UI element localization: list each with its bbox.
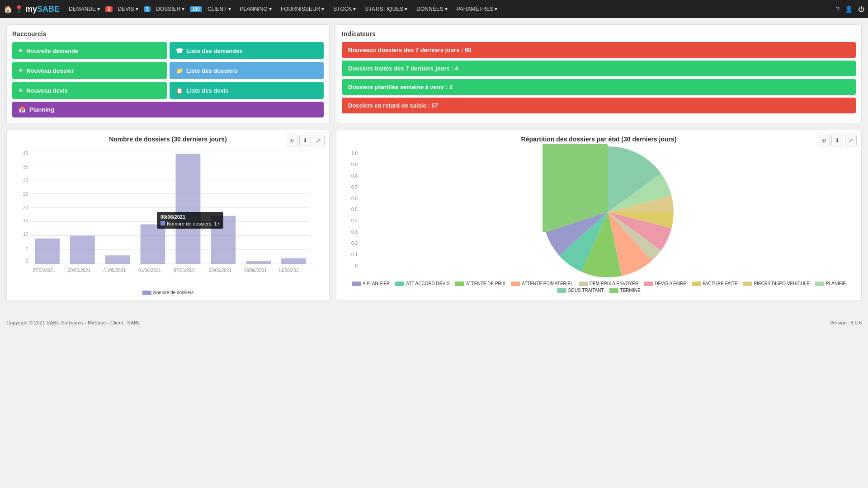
btn-nouvelle-demande[interactable]: + Nouvelle demande bbox=[12, 42, 167, 59]
legend-color-pieces bbox=[743, 282, 752, 286]
bar-chart-area: 40 35 30 25 20 15 10 5 0 bbox=[12, 146, 324, 286]
home-icon[interactable]: 🏠 bbox=[4, 5, 13, 14]
plus-icon-3: + bbox=[19, 86, 23, 94]
footer-version: Version : 8.0.6 bbox=[830, 320, 862, 325]
indicator-planifies: Dossiers planifiés semaine à venir : 2 bbox=[342, 79, 856, 95]
svg-rect-10 bbox=[70, 236, 95, 264]
bar-expand[interactable]: ⤢ bbox=[313, 135, 325, 146]
nav-badge-devis: 3 bbox=[144, 6, 151, 12]
svg-rect-9 bbox=[35, 239, 60, 264]
legend-sous-traitant: SOUS TRAITANT bbox=[557, 288, 604, 293]
btn-planning[interactable]: 📅 Planning bbox=[12, 102, 324, 117]
plus-icon: + bbox=[19, 47, 23, 55]
bar-chart-title: Nombre de dossiers (30 derniers jours) bbox=[12, 136, 324, 143]
nav-donnees[interactable]: DONNÉES▾ bbox=[413, 4, 451, 14]
legend-termine: TERMINE bbox=[609, 288, 641, 293]
pie-chart-toolbar: ⊞ ⬇ ⤢ bbox=[818, 135, 857, 146]
svg-rect-16 bbox=[281, 258, 306, 264]
brand: 🏠 📍 mySABE bbox=[4, 5, 60, 14]
calendar-icon: 📅 bbox=[19, 106, 26, 113]
legend-nombre-dossiers: Nombre de dossiers bbox=[142, 290, 193, 295]
main-content: Raccourcis + Nouvelle demande ☎ Liste de… bbox=[0, 18, 868, 307]
raccourcis-grid: + Nouvelle demande ☎ Liste des demandes … bbox=[12, 42, 324, 117]
bar-export-csv[interactable]: ⊞ bbox=[286, 135, 297, 146]
phone-icon: ☎ bbox=[176, 47, 183, 54]
clipboard-icon: 📋 bbox=[176, 87, 183, 94]
legend-a-planifier: A PLANIFIER bbox=[352, 281, 390, 286]
pie-chart-svg bbox=[542, 144, 674, 280]
nav-dossier[interactable]: DOSSIER▾ bbox=[152, 4, 188, 14]
y-axis: 40 35 30 25 20 15 10 5 0 bbox=[12, 151, 28, 264]
indicateurs-panel: Indicateurs Nouveaux dossiers des 7 dern… bbox=[336, 24, 862, 123]
nav-fournisseur[interactable]: FOURNISSEUR▾ bbox=[277, 4, 328, 14]
legend-color-attente-prix bbox=[455, 282, 464, 286]
legend-color-facture bbox=[692, 282, 701, 286]
legend-color-dem-prix bbox=[579, 282, 588, 286]
bar-chart-svg bbox=[30, 151, 310, 264]
nav-badge-dossier: 100 bbox=[190, 6, 202, 12]
pie-download[interactable]: ⬇ bbox=[831, 135, 843, 146]
pie-expand[interactable]: ⤢ bbox=[845, 135, 857, 146]
legend-devis-faire: DEVIS A FAIRE bbox=[644, 281, 686, 286]
footer-copyright: Copyright © 2021 SABE Softwares - MySabe… bbox=[6, 320, 141, 325]
svg-rect-12 bbox=[141, 225, 165, 264]
legend-dem-prix: DEM.PRIX A ENVOYER bbox=[579, 281, 638, 286]
bar-chart-panel: ⊞ ⬇ ⤢ Nombre de dossiers (30 derniers jo… bbox=[6, 130, 330, 301]
legend-color-sous-traitant bbox=[557, 288, 566, 293]
navbar: 🏠 📍 mySABE DEMANDE▾ 2 DEVIS▾ 3 DOSSIER▾ … bbox=[0, 0, 868, 18]
pie-y-axis: 1.0 0.9 0.8 0.7 0.6 0.5 0.4 0.3 0.2 0.1 … bbox=[342, 151, 358, 268]
legend-color-termine bbox=[609, 288, 618, 293]
pie-svg-container bbox=[360, 146, 856, 277]
legend-color-dossiers bbox=[142, 291, 151, 295]
bar-download[interactable]: ⬇ bbox=[299, 135, 311, 146]
btn-liste-demandes[interactable]: ☎ Liste des demandes bbox=[170, 42, 324, 59]
btn-nouveau-devis[interactable]: + Nouveau devis bbox=[12, 82, 167, 99]
legend-attente-pd: ATTENTE PD/MATERIEL bbox=[511, 281, 573, 286]
plus-icon-2: + bbox=[19, 66, 23, 75]
charts-row: ⊞ ⬇ ⤢ Nombre de dossiers (30 derniers jo… bbox=[6, 130, 862, 301]
svg-rect-11 bbox=[105, 255, 130, 264]
nav-devis[interactable]: DEVIS▾ bbox=[114, 4, 142, 14]
indicator-traites: Dossiers traités des 7 derniers jours : … bbox=[342, 61, 856, 76]
raccourcis-title: Raccourcis bbox=[12, 30, 324, 38]
btn-liste-devis[interactable]: 📋 Liste des devis bbox=[170, 82, 324, 99]
pie-chart-legend: A PLANIFIER ATT ACCORD DEVIS ATTENTE DE … bbox=[342, 281, 856, 293]
indicator-retard: Dossiers en retard de saisie : 57 bbox=[342, 98, 856, 113]
legend-att-accord: ATT ACCORD DEVIS bbox=[395, 281, 449, 286]
nav-parametres[interactable]: PARAMÈTRES▾ bbox=[453, 4, 501, 14]
bar-chart-toolbar: ⊞ ⬇ ⤢ bbox=[286, 135, 325, 146]
power-icon[interactable]: ⏻ bbox=[858, 5, 864, 13]
raccourcis-panel: Raccourcis + Nouvelle demande ☎ Liste de… bbox=[6, 24, 330, 123]
pie-chart-title: Répartition des dossiers par état (30 de… bbox=[342, 136, 856, 143]
brand-logo: mySABE bbox=[25, 5, 60, 14]
user-icon[interactable]: 👤 bbox=[845, 5, 853, 13]
nav-client[interactable]: CLIENT▾ bbox=[204, 4, 235, 14]
pie-export-csv[interactable]: ⊞ bbox=[818, 135, 830, 146]
legend-color-planifie bbox=[815, 282, 824, 286]
pie-chart-with-yaxis: 1.0 0.9 0.8 0.7 0.6 0.5 0.4 0.3 0.2 0.1 … bbox=[342, 146, 856, 277]
legend-attente-prix: ATTENTE DE PRIX bbox=[455, 281, 506, 286]
nav-demande[interactable]: DEMANDE▾ bbox=[65, 4, 104, 14]
svg-rect-15 bbox=[246, 261, 271, 264]
bar-chart-legend: Nombre de dossiers bbox=[12, 290, 324, 295]
panels-row: Raccourcis + Nouvelle demande ☎ Liste de… bbox=[6, 24, 862, 123]
legend-pieces: PIECES DISPO VEHICULE bbox=[743, 281, 809, 286]
nav-right-icons: ? 👤 ⏻ bbox=[836, 5, 864, 13]
folder-icon: 📁 bbox=[176, 67, 183, 74]
btn-liste-dossiers[interactable]: 📁 Liste des dossiers bbox=[170, 62, 324, 79]
help-icon[interactable]: ? bbox=[836, 5, 840, 13]
legend-color-devis-faire bbox=[644, 282, 653, 286]
nav-statistiques[interactable]: STATISTIQUES▾ bbox=[361, 4, 411, 14]
legend-color-a-planifier bbox=[352, 282, 361, 286]
legend-color-att-accord bbox=[395, 282, 404, 286]
footer: Copyright © 2021 SABE Softwares - MySabe… bbox=[0, 316, 868, 329]
nav-stock[interactable]: STOCK▾ bbox=[330, 4, 359, 14]
legend-facture: FACTURE FAITE bbox=[692, 281, 737, 286]
location-icon[interactable]: 📍 bbox=[14, 5, 24, 14]
nav-planning[interactable]: PLANNING▾ bbox=[236, 4, 275, 14]
legend-planifie: PLANIFIE bbox=[815, 281, 846, 286]
indicator-nouveaux: Nouveaux dossiers des 7 derniers jours :… bbox=[342, 42, 856, 58]
x-axis: 27/05/2021 28/05/2021 31/05/2021 01/06/2… bbox=[30, 266, 310, 286]
btn-nouveau-dossier[interactable]: + Nouveau dossier bbox=[12, 62, 167, 79]
nav-badge-demande: 2 bbox=[105, 6, 113, 12]
